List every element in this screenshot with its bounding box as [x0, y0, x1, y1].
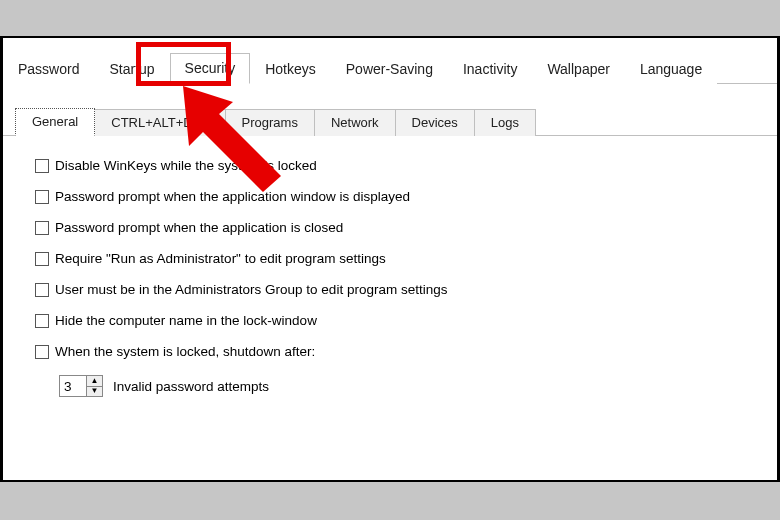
option-hide-computer-name[interactable]: Hide the computer name in the lock-windo…: [35, 313, 777, 328]
stepper-down-icon[interactable]: ▼: [87, 387, 102, 397]
tab-startup[interactable]: Startup: [94, 54, 169, 84]
security-general-options: Disable WinKeys while the system is lock…: [3, 136, 777, 397]
subtab-network[interactable]: Network: [315, 109, 396, 136]
subtab-programs[interactable]: Programs: [226, 109, 315, 136]
stepper-up-icon[interactable]: ▲: [87, 376, 102, 387]
sub-tab-bar: General CTRL+ALT+DEL Programs Network De…: [3, 102, 777, 136]
tab-language[interactable]: Language: [625, 54, 717, 84]
checkbox[interactable]: [35, 283, 49, 297]
checkbox[interactable]: [35, 314, 49, 328]
subtab-ctrl-alt-del[interactable]: CTRL+ALT+DEL: [95, 109, 225, 136]
tab-hotkeys[interactable]: Hotkeys: [250, 54, 331, 84]
subtab-devices[interactable]: Devices: [396, 109, 475, 136]
option-label: User must be in the Administrators Group…: [55, 282, 447, 297]
tab-inactivity[interactable]: Inactivity: [448, 54, 532, 84]
option-label: Disable WinKeys while the system is lock…: [55, 158, 317, 173]
attempts-value[interactable]: 3: [60, 376, 86, 396]
subtab-general[interactable]: General: [15, 108, 95, 136]
checkbox[interactable]: [35, 221, 49, 235]
option-label: Require "Run as Administrator" to edit p…: [55, 251, 386, 266]
option-label: When the system is locked, shutdown afte…: [55, 344, 315, 359]
subtab-logs[interactable]: Logs: [475, 109, 536, 136]
option-disable-winkeys[interactable]: Disable WinKeys while the system is lock…: [35, 158, 777, 173]
option-password-prompt-closed[interactable]: Password prompt when the application is …: [35, 220, 777, 235]
checkbox[interactable]: [35, 190, 49, 204]
option-password-prompt-displayed[interactable]: Password prompt when the application win…: [35, 189, 777, 204]
option-require-admin[interactable]: Require "Run as Administrator" to edit p…: [35, 251, 777, 266]
tab-password[interactable]: Password: [3, 54, 94, 84]
checkbox[interactable]: [35, 252, 49, 266]
tab-security[interactable]: Security: [170, 53, 251, 84]
option-label: Password prompt when the application win…: [55, 189, 410, 204]
option-admins-group[interactable]: User must be in the Administrators Group…: [35, 282, 777, 297]
option-label: Password prompt when the application is …: [55, 220, 343, 235]
checkbox[interactable]: [35, 345, 49, 359]
top-tab-bar: Password Startup Security Hotkeys Power-…: [3, 38, 777, 84]
tab-wallpaper[interactable]: Wallpaper: [532, 54, 625, 84]
shutdown-attempts-row: 3 ▲ ▼ Invalid password attempts: [59, 375, 777, 397]
option-shutdown-after[interactable]: When the system is locked, shutdown afte…: [35, 344, 777, 359]
attempts-stepper[interactable]: 3 ▲ ▼: [59, 375, 103, 397]
attempts-label: Invalid password attempts: [113, 379, 269, 394]
checkbox[interactable]: [35, 159, 49, 173]
tab-power-saving[interactable]: Power-Saving: [331, 54, 448, 84]
option-label: Hide the computer name in the lock-windo…: [55, 313, 317, 328]
settings-window: Password Startup Security Hotkeys Power-…: [3, 38, 777, 480]
